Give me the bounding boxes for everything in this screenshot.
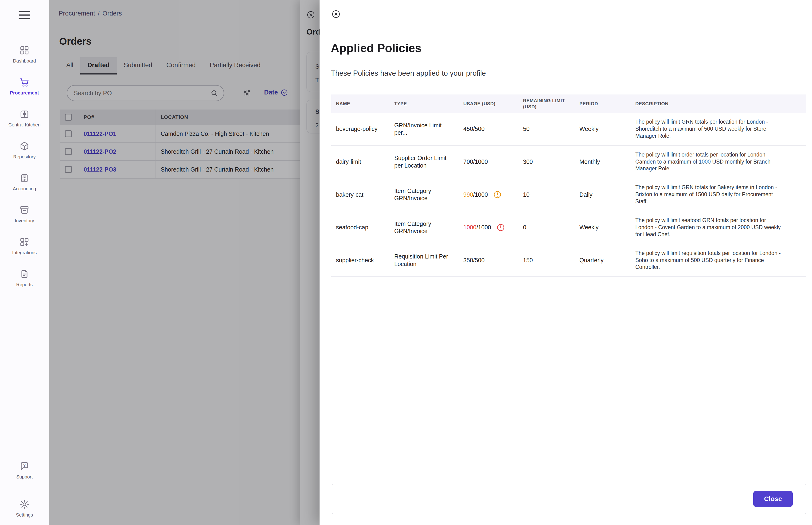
sidebar-nav: DashboardProcurementCentral KitchenRepos… bbox=[0, 45, 49, 287]
central-kitchen-icon bbox=[19, 109, 30, 119]
policy-description-cell: The policy will limit GRN totals per loc… bbox=[631, 118, 806, 139]
hamburger-menu-icon[interactable] bbox=[18, 10, 31, 20]
integrations-icon bbox=[19, 237, 30, 247]
policy-type: GRN/Invoice Limit per... bbox=[389, 122, 459, 137]
drawer-subtitle: These Policies have been applied to your… bbox=[331, 69, 486, 77]
policy-description-cell: The policy will limit seafood GRN totals… bbox=[631, 217, 806, 238]
policy-description: The policy will limit GRN totals per loc… bbox=[635, 118, 784, 139]
sidebar-item-label: Central Kitchen bbox=[9, 122, 41, 127]
policy-type: Item Category GRN/Invoice bbox=[389, 220, 459, 235]
reports-icon bbox=[19, 269, 30, 279]
usage-total: /500 bbox=[473, 125, 485, 133]
policies-column-header-remaining-limit-usd: REMAINING LIMIT (USD) bbox=[518, 95, 575, 112]
sidebar-item-support[interactable]: ?Support bbox=[0, 461, 49, 479]
policies-column-header-period: PERIOD bbox=[575, 98, 631, 109]
sidebar-item-label: Accounting bbox=[13, 186, 36, 191]
sidebar-item-label: Inventory bbox=[15, 218, 34, 223]
policies-table-header: NAMETYPEUSAGE (USD)REMAINING LIMIT (USD)… bbox=[331, 94, 806, 113]
usage-total: /1000 bbox=[473, 158, 488, 165]
policy-description: The policy will limit GRN totals for Bak… bbox=[635, 184, 784, 205]
policy-description: The policy will limit order totals per l… bbox=[635, 151, 784, 172]
usage-total: /1000 bbox=[476, 224, 491, 231]
sidebar-item-reports[interactable]: Reports bbox=[0, 269, 49, 287]
close-icon[interactable] bbox=[332, 10, 340, 18]
policies-column-header-name: NAME bbox=[331, 98, 389, 109]
policy-type: Requisition Limit Per Location bbox=[389, 253, 459, 268]
policy-name: bakery-cat bbox=[331, 191, 389, 198]
accounting-icon bbox=[19, 173, 30, 183]
policy-row: beverage-policyGRN/Invoice Limit per...4… bbox=[331, 113, 806, 146]
settings-icon bbox=[19, 499, 30, 510]
policy-row: bakery-catItem Category GRN/Invoice990/1… bbox=[331, 178, 806, 211]
sidebar-item-settings[interactable]: Settings bbox=[0, 499, 49, 518]
policy-name: supplier-check bbox=[331, 257, 389, 264]
policy-period: Quarterly bbox=[575, 257, 631, 264]
close-button[interactable]: Close bbox=[753, 491, 793, 507]
policy-usage: 450/500 bbox=[459, 125, 518, 133]
sidebar-item-dashboard[interactable]: Dashboard bbox=[0, 45, 49, 63]
policy-period: Daily bbox=[575, 191, 631, 198]
repository-icon bbox=[19, 141, 30, 151]
sidebar-item-label: Repository bbox=[13, 154, 36, 159]
drawer-title: Applied Policies bbox=[331, 41, 422, 55]
policies-column-header-description: DESCRIPTION bbox=[631, 98, 806, 109]
policy-usage: 990/1000 bbox=[459, 191, 518, 198]
policy-name: beverage-policy bbox=[331, 125, 389, 133]
policy-row: dairy-limitSupplier Order Limit per Loca… bbox=[331, 146, 806, 179]
policy-remaining-limit: 50 bbox=[518, 125, 575, 133]
support-icon: ? bbox=[19, 461, 30, 471]
dashboard-icon bbox=[19, 45, 30, 56]
sidebar-item-repository[interactable]: Repository bbox=[0, 141, 49, 159]
policy-description-cell: The policy will limit GRN totals for Bak… bbox=[631, 184, 806, 205]
svg-text:?: ? bbox=[23, 463, 26, 468]
policy-row: supplier-checkRequisition Limit Per Loca… bbox=[331, 244, 806, 277]
sidebar-item-procurement[interactable]: Procurement bbox=[0, 77, 49, 95]
policies-table: NAMETYPEUSAGE (USD)REMAINING LIMIT (USD)… bbox=[331, 94, 806, 277]
policy-row: seafood-capItem Category GRN/Invoice1000… bbox=[331, 211, 806, 244]
usage-current: 990 bbox=[463, 191, 473, 198]
usage-current: 450 bbox=[463, 125, 473, 133]
usage-current: 700 bbox=[463, 158, 473, 165]
sidebar-item-label: Dashboard bbox=[13, 58, 36, 63]
policy-name: seafood-cap bbox=[331, 224, 389, 231]
policy-usage: 700/1000 bbox=[459, 158, 518, 165]
policy-usage: 1000/1000 bbox=[459, 224, 518, 231]
policy-usage: 350/500 bbox=[459, 257, 518, 264]
sidebar-item-label: Settings bbox=[16, 512, 33, 518]
policy-remaining-limit: 150 bbox=[518, 257, 575, 264]
policy-period: Monthly bbox=[575, 158, 631, 165]
policy-description-cell: The policy will limit order totals per l… bbox=[631, 151, 806, 172]
usage-current: 350 bbox=[463, 257, 473, 264]
applied-policies-drawer: Applied Policies These Policies have bee… bbox=[320, 0, 812, 525]
policies-table-body: beverage-policyGRN/Invoice Limit per...4… bbox=[331, 113, 806, 277]
policy-period: Weekly bbox=[575, 125, 631, 133]
sidebar-item-accounting[interactable]: Accounting bbox=[0, 173, 49, 191]
warning-icon bbox=[493, 191, 501, 198]
app: DashboardProcurementCentral KitchenRepos… bbox=[0, 0, 812, 525]
sidebar-item-central-kitchen[interactable]: Central Kitchen bbox=[0, 109, 49, 127]
policy-remaining-limit: 10 bbox=[518, 191, 575, 198]
policy-description-cell: The policy will limit requisition totals… bbox=[631, 250, 806, 271]
sidebar-item-label: Integrations bbox=[12, 250, 37, 255]
warning-icon bbox=[497, 224, 505, 231]
policy-remaining-limit: 300 bbox=[518, 158, 575, 165]
sidebar-bottom-nav: ?SupportSettings bbox=[0, 461, 49, 518]
sidebar-item-inventory[interactable]: Inventory bbox=[0, 205, 49, 223]
sidebar-item-label: Reports bbox=[16, 282, 33, 287]
policy-type: Item Category GRN/Invoice bbox=[389, 187, 459, 202]
policies-column-header-usage-usd: USAGE (USD) bbox=[459, 98, 518, 109]
policy-description: The policy will limit seafood GRN totals… bbox=[635, 217, 784, 238]
policy-remaining-limit: 0 bbox=[518, 224, 575, 231]
sidebar-item-integrations[interactable]: Integrations bbox=[0, 237, 49, 255]
policy-type: Supplier Order Limit per Location bbox=[389, 154, 459, 169]
policies-column-header-type: TYPE bbox=[389, 98, 459, 109]
policy-description: The policy will limit requisition totals… bbox=[635, 250, 784, 271]
sidebar-item-label: Support bbox=[16, 474, 33, 479]
policy-name: dairy-limit bbox=[331, 158, 389, 165]
usage-total: /500 bbox=[473, 257, 485, 264]
inventory-icon bbox=[19, 205, 30, 215]
policy-period: Weekly bbox=[575, 224, 631, 231]
drawer-footer: Close bbox=[332, 484, 806, 514]
sidebar-item-label: Procurement bbox=[10, 90, 39, 95]
usage-total: /1000 bbox=[473, 191, 488, 198]
